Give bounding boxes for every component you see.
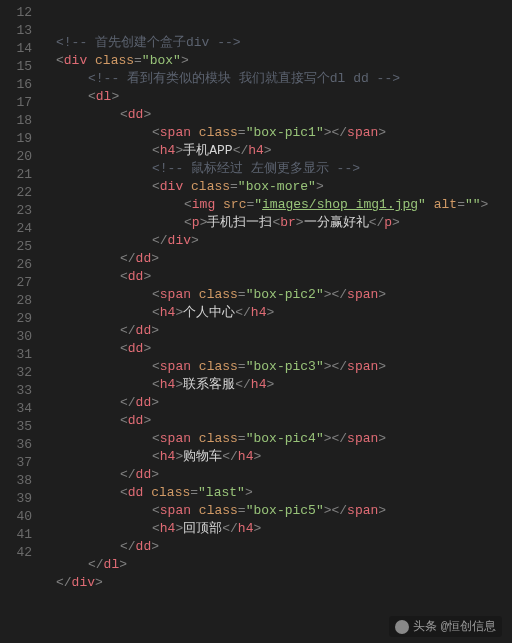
code-line[interactable]: <h4>购物车</h4>	[40, 448, 512, 466]
code-line[interactable]: <img src="images/shop_img1.jpg" alt="">	[40, 196, 512, 214]
code-line[interactable]: <dd>	[40, 106, 512, 124]
line-number: 12	[0, 4, 32, 22]
watermark: 头条 @恒创信息	[389, 616, 502, 637]
line-number: 34	[0, 400, 32, 418]
toutiao-logo-icon	[395, 620, 409, 634]
code-line[interactable]: </dl>	[40, 556, 512, 574]
line-number: 41	[0, 526, 32, 544]
code-area[interactable]: <!-- 首先创建个盒子div --><div class="box"><!--…	[40, 0, 512, 643]
line-number: 15	[0, 58, 32, 76]
line-number: 32	[0, 364, 32, 382]
code-line[interactable]: <dd>	[40, 268, 512, 286]
watermark-prefix: 头条	[413, 618, 437, 635]
code-line[interactable]: <dl>	[40, 88, 512, 106]
line-number: 13	[0, 22, 32, 40]
line-number: 27	[0, 274, 32, 292]
line-number: 38	[0, 472, 32, 490]
code-line[interactable]: </dd>	[40, 250, 512, 268]
code-line[interactable]: </dd>	[40, 322, 512, 340]
code-line[interactable]: <span class="box-pic5"></span>	[40, 502, 512, 520]
line-number: 30	[0, 328, 32, 346]
code-line[interactable]: <dd class="last">	[40, 484, 512, 502]
line-number: 39	[0, 490, 32, 508]
line-number: 20	[0, 148, 32, 166]
code-line[interactable]: <span class="box-pic1"></span>	[40, 124, 512, 142]
code-line[interactable]: </dd>	[40, 538, 512, 556]
line-number: 42	[0, 544, 32, 562]
line-number: 40	[0, 508, 32, 526]
code-line[interactable]: <!-- 首先创建个盒子div -->	[40, 34, 512, 52]
line-number: 29	[0, 310, 32, 328]
line-number: 37	[0, 454, 32, 472]
line-number-gutter: 1213141516171819202122232425262728293031…	[0, 0, 40, 643]
code-line[interactable]: <p>手机扫一扫<br>一分赢好礼</p>	[40, 214, 512, 232]
code-line[interactable]: <div class="box-more">	[40, 178, 512, 196]
line-number: 26	[0, 256, 32, 274]
line-number: 21	[0, 166, 32, 184]
code-editor[interactable]: 1213141516171819202122232425262728293031…	[0, 0, 512, 643]
code-line[interactable]: </div>	[40, 232, 512, 250]
code-line[interactable]: <!-- 看到有类似的模块 我们就直接写个dl dd -->	[40, 70, 512, 88]
code-line[interactable]: </dd>	[40, 394, 512, 412]
code-line[interactable]: <span class="box-pic2"></span>	[40, 286, 512, 304]
line-number: 22	[0, 184, 32, 202]
code-line[interactable]: <dd>	[40, 412, 512, 430]
line-number: 23	[0, 202, 32, 220]
line-number: 25	[0, 238, 32, 256]
line-number: 24	[0, 220, 32, 238]
code-line[interactable]: <h4>个人中心</h4>	[40, 304, 512, 322]
line-number: 28	[0, 292, 32, 310]
watermark-author: @恒创信息	[441, 618, 496, 635]
line-number: 17	[0, 94, 32, 112]
code-line[interactable]: <h4>手机APP</h4>	[40, 142, 512, 160]
code-line[interactable]: </dd>	[40, 466, 512, 484]
code-line[interactable]: <h4>联系客服</h4>	[40, 376, 512, 394]
line-number: 14	[0, 40, 32, 58]
code-line[interactable]: <!-- 鼠标经过 左侧更多显示 -->	[40, 160, 512, 178]
code-line[interactable]: </div>	[40, 574, 512, 592]
code-line[interactable]: <dd>	[40, 340, 512, 358]
line-number: 16	[0, 76, 32, 94]
line-number: 36	[0, 436, 32, 454]
line-number: 33	[0, 382, 32, 400]
line-number: 31	[0, 346, 32, 364]
line-number: 35	[0, 418, 32, 436]
line-number: 18	[0, 112, 32, 130]
code-line[interactable]: <span class="box-pic4"></span>	[40, 430, 512, 448]
line-number: 19	[0, 130, 32, 148]
code-line[interactable]: <h4>回顶部</h4>	[40, 520, 512, 538]
code-line[interactable]: <span class="box-pic3"></span>	[40, 358, 512, 376]
code-line[interactable]: <div class="box">	[40, 52, 512, 70]
